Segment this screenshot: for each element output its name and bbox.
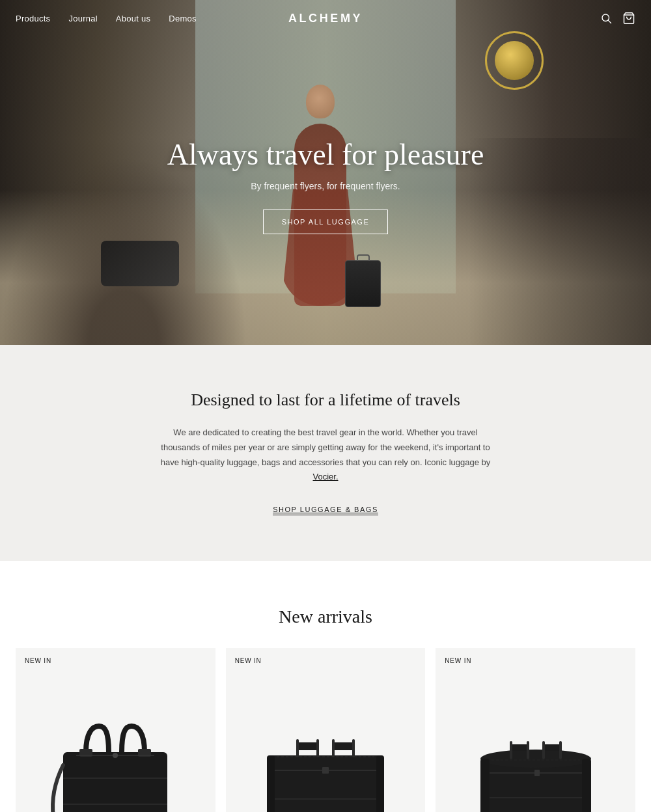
arrivals-section: New arrivals NEW IN bbox=[0, 561, 651, 812]
hero-subtitle: By frequent flyers, for frequent flyers. bbox=[251, 181, 400, 191]
svg-rect-31 bbox=[542, 741, 545, 759]
svg-rect-37 bbox=[582, 759, 591, 812]
tote-bag-illustration bbox=[37, 687, 193, 812]
hero-content: Always travel for pleasure By frequent f… bbox=[0, 0, 651, 345]
navigation: Products Journal About us Demos ALCHEMY bbox=[0, 0, 651, 36]
cart-icon[interactable] bbox=[622, 12, 635, 25]
product-card-1[interactable]: NEW IN bbox=[16, 648, 215, 812]
hero-title: Always travel for pleasure bbox=[167, 137, 484, 172]
duffle-large-illustration bbox=[247, 687, 404, 812]
vocier-link[interactable]: Vocier. bbox=[312, 472, 338, 481]
svg-rect-28 bbox=[510, 741, 512, 759]
nav-left: Products Journal About us Demos bbox=[16, 14, 197, 23]
new-in-badge-3: NEW IN bbox=[445, 657, 471, 664]
nav-right bbox=[600, 12, 635, 25]
site-logo[interactable]: ALCHEMY bbox=[288, 12, 363, 25]
svg-rect-29 bbox=[527, 741, 529, 759]
svg-rect-11 bbox=[267, 755, 384, 812]
nav-center: ALCHEMY bbox=[288, 12, 363, 25]
svg-rect-22 bbox=[376, 755, 384, 812]
svg-rect-32 bbox=[559, 741, 562, 759]
about-heading: Designed to last for a lifetime of trave… bbox=[16, 390, 635, 410]
svg-rect-17 bbox=[352, 739, 355, 757]
product-card-3[interactable]: NEW IN bbox=[436, 648, 635, 812]
new-in-badge-2: NEW IN bbox=[235, 657, 262, 664]
svg-point-26 bbox=[480, 750, 591, 768]
hero-cta-button[interactable]: SHOP ALL LUGGAGE bbox=[263, 210, 389, 234]
svg-rect-35 bbox=[534, 770, 540, 776]
svg-rect-30 bbox=[542, 744, 562, 751]
svg-rect-3 bbox=[63, 752, 167, 812]
products-grid: NEW IN bbox=[16, 648, 635, 812]
nav-item-about-us[interactable]: About us bbox=[116, 14, 150, 23]
nav-item-journal[interactable]: Journal bbox=[68, 14, 97, 23]
svg-rect-14 bbox=[316, 739, 319, 757]
new-in-badge-1: NEW IN bbox=[25, 657, 51, 664]
duffle-medium-illustration bbox=[458, 687, 614, 812]
svg-rect-15 bbox=[332, 742, 355, 750]
shop-luggage-link[interactable]: SHOP LUGGAGE & BAGS bbox=[273, 506, 378, 515]
svg-rect-36 bbox=[480, 759, 490, 812]
svg-rect-21 bbox=[267, 755, 275, 812]
svg-line-1 bbox=[608, 20, 611, 23]
nav-item-products[interactable]: Products bbox=[16, 14, 50, 23]
arrivals-heading: New arrivals bbox=[16, 606, 635, 627]
about-body: We are dedicated to creating the best tr… bbox=[159, 426, 492, 485]
svg-point-10 bbox=[113, 753, 118, 758]
about-section: Designed to last for a lifetime of trave… bbox=[0, 345, 651, 561]
product-card-2[interactable]: NEW IN bbox=[226, 648, 426, 812]
svg-rect-16 bbox=[332, 739, 335, 757]
svg-rect-20 bbox=[322, 767, 329, 774]
svg-rect-13 bbox=[296, 739, 299, 757]
svg-rect-12 bbox=[296, 742, 319, 750]
svg-rect-27 bbox=[510, 744, 529, 751]
nav-item-demos[interactable]: Demos bbox=[169, 14, 196, 23]
search-icon[interactable] bbox=[600, 12, 612, 24]
hero-section: Always travel for pleasure By frequent f… bbox=[0, 0, 651, 345]
